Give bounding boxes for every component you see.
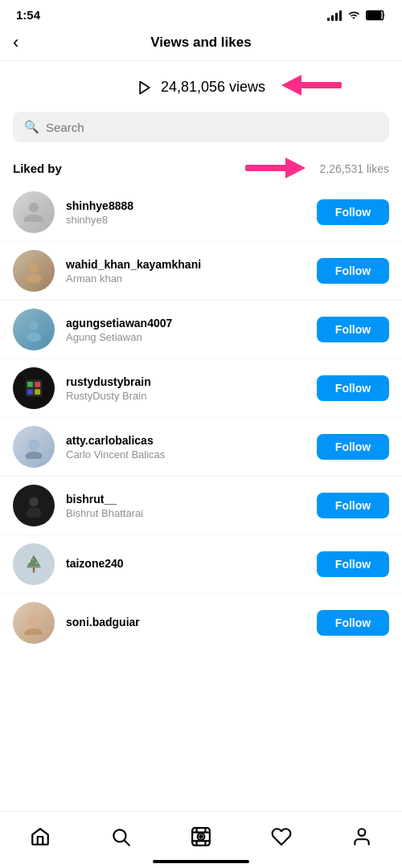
follow-button[interactable]: Follow: [317, 434, 389, 460]
follow-button[interactable]: Follow: [317, 551, 389, 577]
username: atty.carlobalicas: [66, 434, 306, 447]
avatar: [13, 543, 55, 585]
username: rustydustybrain: [66, 375, 306, 388]
username: soni.badguiar: [66, 616, 306, 628]
svg-point-24: [27, 615, 40, 628]
views-section: 24,81,056 views: [0, 61, 402, 112]
user-info: rustydustybrain RustyDusty Brain: [66, 375, 306, 402]
search-container: 🔍: [0, 112, 402, 155]
display-name: Arman khan: [66, 272, 306, 285]
list-item: rustydustybrain RustyDusty Brain Follow: [0, 359, 402, 418]
avatar: [13, 250, 55, 292]
follow-button[interactable]: Follow: [317, 493, 389, 518]
svg-point-37: [359, 829, 366, 836]
likes-arrow: [233, 156, 306, 183]
signal-icon: [327, 10, 342, 21]
svg-marker-4: [281, 75, 302, 96]
svg-marker-6: [285, 158, 306, 178]
svg-point-17: [26, 452, 43, 459]
avatar: [13, 426, 55, 468]
list-item: taizone240 Follow: [0, 535, 402, 594]
username: bishrut__: [66, 493, 306, 506]
svg-line-27: [125, 841, 129, 845]
battery-icon: [366, 10, 386, 21]
header: ‹ Views and likes: [0, 27, 402, 61]
display-name: shinhye8: [66, 214, 306, 226]
avatar: [13, 367, 55, 409]
username: wahid_khan_kayamkhani: [66, 258, 306, 271]
list-item: atty.carlobalicas Carlo Vincent Balicas …: [0, 418, 402, 477]
wifi-icon: [347, 10, 361, 21]
home-icon: [30, 826, 51, 847]
svg-rect-15: [35, 389, 40, 395]
heart-icon: [271, 826, 292, 847]
play-icon: [137, 80, 153, 96]
svg-rect-14: [27, 389, 33, 395]
follow-button[interactable]: Follow: [317, 610, 389, 636]
list-item: agungsetiawan4007 Agung Setiawan Follow: [0, 301, 402, 359]
page-title: Views and likes: [150, 35, 251, 51]
status-bar: 1:54: [0, 0, 402, 27]
avatar: [13, 309, 55, 350]
svg-point-19: [27, 507, 41, 518]
views-count: 24,81,056 views: [161, 79, 265, 96]
svg-rect-5: [245, 165, 289, 171]
svg-rect-12: [27, 382, 33, 387]
likes-count: 2,26,531 likes: [320, 162, 389, 175]
user-info: wahid_khan_kayamkhani Arman khan: [66, 258, 306, 285]
liked-by-label: Liked by: [13, 162, 62, 175]
svg-point-23: [32, 559, 33, 560]
nav-home[interactable]: [14, 821, 67, 852]
nav-profile[interactable]: [335, 821, 388, 852]
avatar: [13, 602, 55, 644]
svg-point-10: [27, 332, 41, 342]
search-nav-icon: [110, 826, 131, 847]
views-arrow: [281, 73, 354, 100]
username: taizone240: [66, 557, 306, 570]
nav-likes[interactable]: [255, 821, 308, 852]
reels-icon: [191, 826, 211, 847]
avatar: [13, 485, 55, 526]
svg-point-21: [30, 561, 31, 563]
list-item: bishrut__ Bishrut Bhattarai Follow: [0, 477, 402, 535]
display-name: Carlo Vincent Balicas: [66, 448, 306, 461]
nav-reels[interactable]: [174, 821, 228, 852]
search-icon: 🔍: [24, 120, 39, 134]
nav-search[interactable]: [94, 821, 147, 852]
svg-rect-13: [35, 382, 40, 387]
svg-point-18: [29, 497, 39, 507]
svg-point-22: [36, 563, 38, 564]
search-box[interactable]: 🔍: [13, 112, 389, 142]
follow-button[interactable]: Follow: [317, 258, 389, 284]
user-info: agungsetiawan4007 Agung Setiawan: [66, 317, 306, 343]
svg-point-30: [199, 835, 202, 837]
svg-rect-3: [297, 82, 342, 88]
status-time: 1:54: [16, 8, 40, 22]
home-indicator: [153, 860, 249, 863]
svg-point-9: [29, 321, 39, 331]
svg-point-8: [27, 273, 41, 283]
back-button[interactable]: ‹: [13, 34, 18, 51]
list-item: shinhye8888 shinhye8 Follow: [0, 183, 402, 242]
avatar: [13, 191, 55, 233]
user-info: shinhye8888 shinhye8: [66, 199, 306, 226]
username: agungsetiawan4007: [66, 317, 306, 330]
user-info: taizone240: [66, 557, 306, 571]
svg-marker-2: [140, 81, 150, 93]
status-icons: [327, 10, 386, 21]
svg-point-16: [28, 440, 39, 451]
liked-bar: Liked by 2,26,531 likes: [0, 155, 402, 183]
display-name: Agung Setiawan: [66, 331, 306, 343]
follow-button[interactable]: Follow: [317, 375, 389, 401]
user-info: bishrut__ Bishrut Bhattarai: [66, 493, 306, 519]
follow-button[interactable]: Follow: [317, 199, 389, 225]
svg-point-7: [29, 263, 39, 273]
svg-rect-1: [367, 11, 381, 18]
display-name: Bishrut Bhattarai: [66, 507, 306, 519]
search-input[interactable]: [46, 121, 378, 134]
username: shinhye8888: [66, 199, 306, 212]
user-info: soni.badguiar: [66, 616, 306, 630]
user-list: shinhye8888 shinhye8 Follow wahid_khan_k…: [0, 183, 402, 647]
user-info: atty.carlobalicas Carlo Vincent Balicas: [66, 434, 306, 461]
follow-button[interactable]: Follow: [317, 317, 389, 342]
